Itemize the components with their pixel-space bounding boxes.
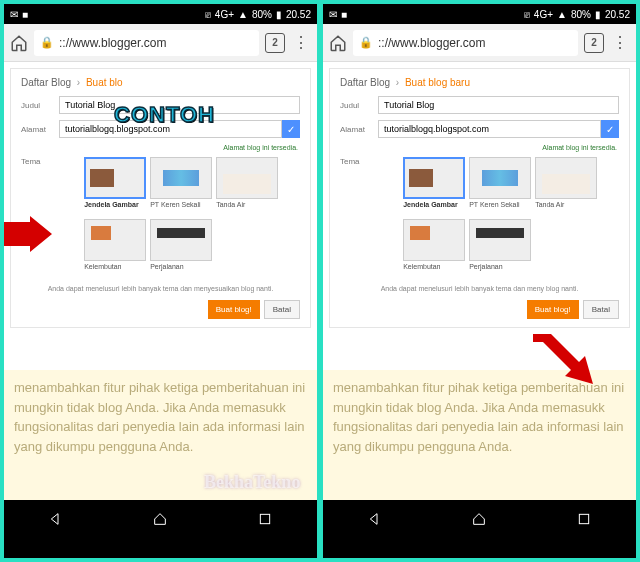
title-label: Judul xyxy=(21,101,59,110)
browser-toolbar: 🔒 :://www.blogger.com 2 ⋮ xyxy=(4,24,317,62)
address-input[interactable] xyxy=(378,120,601,138)
breadcrumb: Daftar Blog › Buat blo xyxy=(21,77,300,88)
cancel-button[interactable]: Batal xyxy=(264,300,300,319)
recent-button[interactable] xyxy=(576,511,592,527)
lock-icon: 🔒 xyxy=(40,36,54,49)
phone-right: ✉ ■ ⎚ 4G+ ▲ 80% ▮ 20.52 🔒 :://www.blogge… xyxy=(323,4,636,558)
theme-thumbnail xyxy=(469,157,531,199)
mail-icon: ✉ xyxy=(329,9,337,20)
theme-thumbnail xyxy=(84,219,146,261)
battery-icon: ▮ xyxy=(595,9,601,20)
theme-grid: Jendela GambarPT Keren SekaliTanda AirKe… xyxy=(403,157,619,277)
net-label: 4G+ xyxy=(534,9,553,20)
theme-thumbnail xyxy=(150,157,212,199)
theme-option[interactable]: Perjalanan xyxy=(469,219,531,277)
theme-thumbnail xyxy=(535,157,597,199)
theme-grid: Jendela GambarPT Keren SekaliTanda AirKe… xyxy=(84,157,300,277)
theme-thumbnail xyxy=(469,219,531,261)
clock: 20.52 xyxy=(605,9,630,20)
tab-switcher[interactable]: 2 xyxy=(265,33,285,53)
home-icon[interactable] xyxy=(329,34,347,52)
svg-marker-3 xyxy=(533,334,593,384)
address-label: Alamat xyxy=(21,125,59,134)
signal-icon: ▲ xyxy=(557,9,567,20)
theme-option[interactable]: Tanda Air xyxy=(216,157,278,215)
svg-rect-0 xyxy=(260,514,269,523)
back-button[interactable] xyxy=(48,511,64,527)
address-available-text: Alamat blog ini tersedia. xyxy=(21,144,300,151)
mail-icon: ✉ xyxy=(10,9,18,20)
watermark: BekhaTekno xyxy=(204,472,300,493)
page-content: Daftar Blog › Buat blog baru Judul Alama… xyxy=(323,62,636,500)
breadcrumb: Daftar Blog › Buat blog baru xyxy=(340,77,619,88)
home-button[interactable] xyxy=(152,511,168,527)
background-article-text: menambahkan fitur pihak ketiga pemberita… xyxy=(323,370,636,500)
net-label: 4G+ xyxy=(215,9,234,20)
menu-icon[interactable]: ⋮ xyxy=(610,33,630,52)
lock-icon: 🔒 xyxy=(359,36,373,49)
phone-left: ✉ ■ ⎚ 4G+ ▲ 80% ▮ 20.52 🔒 :://www.blogge… xyxy=(4,4,317,558)
theme-option[interactable]: Jendela Gambar xyxy=(403,157,465,215)
theme-thumbnail xyxy=(403,219,465,261)
address-available-text: Alamat blog ini tersedia. xyxy=(340,144,619,151)
back-button[interactable] xyxy=(367,511,383,527)
home-icon[interactable] xyxy=(10,34,28,52)
theme-name: PT Keren Sekali xyxy=(150,201,212,215)
address-check-icon: ✓ xyxy=(282,120,300,138)
theme-name: Tanda Air xyxy=(535,201,597,215)
theme-option[interactable]: Jendela Gambar xyxy=(84,157,146,215)
url-bar[interactable]: 🔒 :://www.blogger.com xyxy=(353,30,578,56)
theme-thumbnail xyxy=(216,157,278,199)
signal-icon: ▲ xyxy=(238,9,248,20)
browser-toolbar: 🔒 :://www.blogger.com 2 ⋮ xyxy=(323,24,636,62)
battery-pct: 80% xyxy=(252,9,272,20)
theme-name: Perjalanan xyxy=(469,263,531,277)
annotation-arrow-right xyxy=(533,334,593,384)
home-button[interactable] xyxy=(471,511,487,527)
theme-label: Tema xyxy=(21,157,46,166)
url-text: :://www.blogger.com xyxy=(378,36,485,50)
svg-marker-1 xyxy=(4,216,52,252)
theme-thumbnail xyxy=(403,157,465,199)
cancel-button[interactable]: Batal xyxy=(583,300,619,319)
create-blog-button[interactable]: Buat blog! xyxy=(527,300,579,319)
theme-label: Tema xyxy=(340,157,365,166)
theme-name: PT Keren Sekali xyxy=(469,201,531,215)
annotation-arrow-left xyxy=(4,216,52,252)
theme-name: Kelembutan xyxy=(403,263,465,277)
create-blog-button[interactable]: Buat blog! xyxy=(208,300,260,319)
create-blog-dialog: Daftar Blog › Buat blog baru Judul Alama… xyxy=(329,68,630,328)
theme-option[interactable]: Perjalanan xyxy=(150,219,212,277)
theme-name: Kelembutan xyxy=(84,263,146,277)
theme-option[interactable]: Kelembutan xyxy=(84,219,146,277)
video-icon: ■ xyxy=(22,9,28,20)
address-label: Alamat xyxy=(340,125,378,134)
theme-note: Anda dapat menelusuri lebih banyak tema … xyxy=(21,285,300,292)
theme-thumbnail xyxy=(150,219,212,261)
menu-icon[interactable]: ⋮ xyxy=(291,33,311,52)
battery-pct: 80% xyxy=(571,9,591,20)
battery-icon: ▮ xyxy=(276,9,282,20)
video-icon: ■ xyxy=(341,9,347,20)
theme-name: Tanda Air xyxy=(216,201,278,215)
theme-name: Jendela Gambar xyxy=(84,201,146,215)
theme-note: Anda dapat menelusuri lebih banyak tema … xyxy=(340,285,619,292)
title-input[interactable] xyxy=(378,96,619,114)
android-navbar xyxy=(4,500,317,538)
annotation-contoh: CONTOH xyxy=(114,102,215,128)
recent-button[interactable] xyxy=(257,511,273,527)
tab-switcher[interactable]: 2 xyxy=(584,33,604,53)
theme-option[interactable]: Tanda Air xyxy=(535,157,597,215)
theme-option[interactable]: PT Keren Sekali xyxy=(150,157,212,215)
theme-option[interactable]: Kelembutan xyxy=(403,219,465,277)
svg-rect-2 xyxy=(579,514,588,523)
url-bar[interactable]: 🔒 :://www.blogger.com xyxy=(34,30,259,56)
android-navbar xyxy=(323,500,636,538)
status-bar: ✉ ■ ⎚ 4G+ ▲ 80% ▮ 20.52 xyxy=(4,4,317,24)
theme-option[interactable]: PT Keren Sekali xyxy=(469,157,531,215)
theme-name: Jendela Gambar xyxy=(403,201,465,215)
title-label: Judul xyxy=(340,101,378,110)
cast-icon: ⎚ xyxy=(205,9,211,20)
url-text: :://www.blogger.com xyxy=(59,36,166,50)
status-bar: ✉ ■ ⎚ 4G+ ▲ 80% ▮ 20.52 xyxy=(323,4,636,24)
